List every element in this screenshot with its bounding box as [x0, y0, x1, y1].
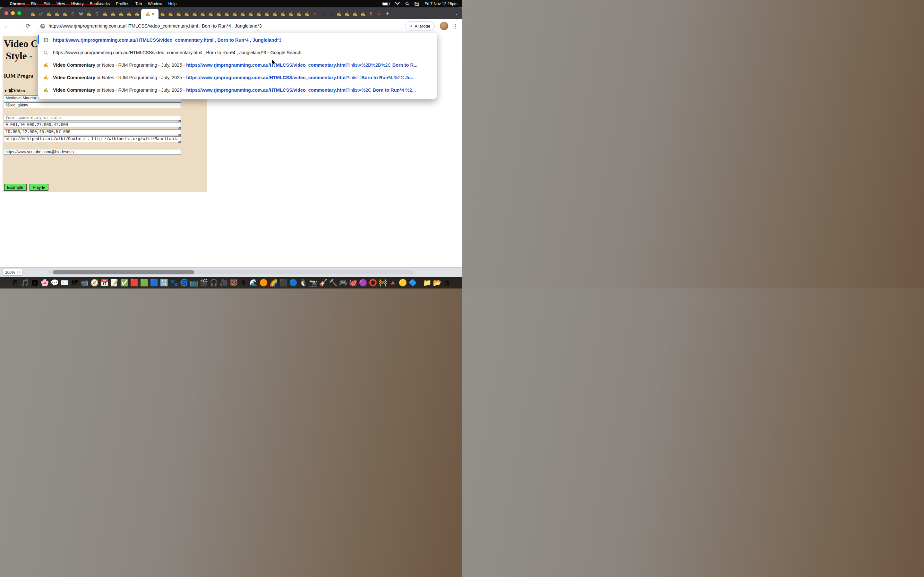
dock-music[interactable]: 🎵	[21, 278, 29, 287]
video-id-input[interactable]	[4, 102, 181, 108]
tab[interactable]: ✍️	[29, 9, 37, 19]
tab[interactable]: ✍️	[166, 9, 174, 19]
tab[interactable]: ✍️	[335, 9, 343, 19]
dock-folder-documents[interactable]: 📁	[423, 278, 432, 287]
dock-blender[interactable]: 🌀	[180, 278, 189, 287]
menu-item-tab[interactable]: Tab	[136, 2, 142, 6]
channel-url-input[interactable]	[4, 149, 181, 155]
dock-podcasts[interactable]: 🎙	[239, 278, 248, 287]
suggestion-page-2[interactable]: ✍️ Video Commentary or Notes - RJM Progr…	[38, 71, 437, 84]
details-summary[interactable]: ▼📽Video ...	[4, 88, 30, 93]
dock-trash[interactable]: 🗑	[443, 278, 452, 287]
dock-spotify[interactable]: 🎧	[210, 278, 218, 287]
dock-steam[interactable]: 🎮	[339, 278, 348, 287]
tab[interactable]: ✍️	[255, 9, 263, 19]
profile-avatar[interactable]	[440, 22, 448, 30]
tab[interactable]: ✍️	[303, 9, 311, 19]
commentary-textarea[interactable]	[4, 115, 181, 121]
tab[interactable]: ✍️	[101, 9, 109, 19]
zoom-stepper[interactable]: ▲▼	[17, 271, 22, 274]
menu-item-profiles[interactable]: Profiles	[116, 2, 129, 6]
dock-xcode[interactable]: 🔨	[329, 278, 338, 287]
dock-calculator[interactable]: 🔢	[160, 278, 169, 287]
suggestion-search[interactable]: https://www.rjmprogramming.com.au/HTMLCS…	[38, 46, 437, 59]
dock-calendar[interactable]: 📅	[100, 278, 109, 287]
resize-handle-icon[interactable]	[178, 134, 181, 136]
dock-obs[interactable]: ⭕	[368, 278, 378, 287]
tab[interactable]: ✍️	[207, 9, 215, 19]
dock-app-store[interactable]: 🅰	[31, 278, 39, 287]
tab[interactable]: ✍️	[61, 9, 69, 19]
tab[interactable]: W	[77, 9, 85, 19]
tab[interactable]: ✍️	[343, 9, 351, 19]
dock-reminders[interactable]: ✅	[120, 278, 129, 287]
dock-finder[interactable]: 🖥	[11, 278, 19, 287]
omnibox-input[interactable]: https://www.rjmprogramming.com.au/HTMLCS…	[48, 23, 401, 29]
tab[interactable]: ✍️	[109, 9, 117, 19]
tab[interactable]: M	[311, 9, 319, 19]
tab[interactable]: G	[69, 9, 77, 19]
dock-telegram[interactable]: 🔵	[289, 278, 298, 287]
tab[interactable]: ✍️	[174, 9, 183, 19]
menu-item-window[interactable]: Window	[148, 2, 162, 6]
dock-edge[interactable]: 🌊	[249, 278, 258, 287]
wifi-icon[interactable]	[395, 2, 400, 6]
start-times-textarea[interactable]: 0.001,10.000,27.000,47.000	[4, 122, 181, 128]
spotlight-search-icon[interactable]	[405, 2, 409, 6]
dock-apple-tv[interactable]: 📺	[190, 278, 199, 287]
tab[interactable]: ✍️	[125, 9, 133, 19]
dock-folder-downloads[interactable]: 📂	[433, 278, 442, 287]
dock-qq[interactable]: 🐧	[299, 278, 308, 287]
tab-search-chevron-icon[interactable]: ⌄	[455, 11, 458, 16]
new-tab-button[interactable]: +	[386, 11, 389, 16]
forward-button[interactable]: →	[15, 23, 21, 29]
dock-maps[interactable]: 🗺	[70, 278, 79, 287]
back-button[interactable]: ←	[4, 23, 10, 29]
dock-news[interactable]: 🟡	[399, 278, 407, 287]
tab[interactable]: ●	[327, 9, 335, 19]
tab[interactable]: ✔️	[37, 9, 45, 19]
tab[interactable]: ✍️	[359, 9, 367, 19]
tab[interactable]: ✍️	[215, 9, 223, 19]
dock-github[interactable]: 🐙	[349, 278, 358, 287]
reload-button[interactable]: ⟳	[26, 23, 31, 29]
tab[interactable]: ✍️	[199, 9, 207, 19]
tab[interactable]: ✍️	[247, 9, 255, 19]
dock-excel[interactable]: 🟩	[140, 278, 149, 287]
dock-keynote[interactable]: 🟦	[150, 278, 159, 287]
tab[interactable]: ✍️	[287, 9, 295, 19]
play-button[interactable]: Play ▶	[29, 184, 48, 191]
end-times-textarea[interactable]: 10.000,22.000,45.000,57.000	[4, 129, 181, 135]
tab[interactable]: ✍️	[351, 9, 359, 19]
dock-chrome[interactable]: 🌈	[269, 278, 278, 287]
dock-bear[interactable]: 🐻	[229, 278, 238, 287]
zoom-window-button[interactable]	[17, 11, 21, 15]
dock-notes[interactable]: 📝	[110, 278, 119, 287]
tab[interactable]: ✍️	[191, 9, 199, 19]
dock-youtube[interactable]: 🔺	[389, 278, 397, 287]
example-button[interactable]: Example	[4, 184, 27, 191]
horizontal-scrollbar-thumb[interactable]	[53, 270, 194, 274]
tab[interactable]: ✍️	[45, 9, 53, 19]
tab[interactable]: ●	[375, 9, 383, 19]
tab[interactable]: ✍️	[295, 9, 303, 19]
dock-mail[interactable]: ✉️	[60, 278, 69, 287]
dock-garageband[interactable]: 🎸	[319, 278, 328, 287]
close-window-button[interactable]	[5, 11, 8, 15]
dock-zoom[interactable]: 🎥	[220, 278, 228, 287]
dock-linkedin[interactable]: 🔷	[409, 278, 417, 287]
tab[interactable]: ✍️	[239, 9, 247, 19]
dock-filezilla[interactable]: 🟥	[130, 278, 139, 287]
dock-twitch[interactable]: 🟣	[359, 278, 368, 287]
tab[interactable]: ✍️	[158, 9, 166, 19]
tab[interactable]: ✍️	[117, 9, 125, 19]
tab[interactable]: ✍️	[271, 9, 279, 19]
dock-safari[interactable]: 🧭	[90, 278, 99, 287]
suggestion-url[interactable]: 🌐 https://www.rjmprogramming.com.au/HTML…	[38, 34, 437, 46]
dock-deliveries[interactable]: 🟠	[259, 278, 268, 287]
resize-handle-icon[interactable]	[178, 119, 181, 122]
dock-vlc[interactable]: 🚧	[379, 278, 388, 287]
resize-handle-icon[interactable]	[178, 141, 181, 143]
tab[interactable]: G	[93, 9, 101, 19]
dock-facetime[interactable]: 📹	[80, 278, 89, 287]
